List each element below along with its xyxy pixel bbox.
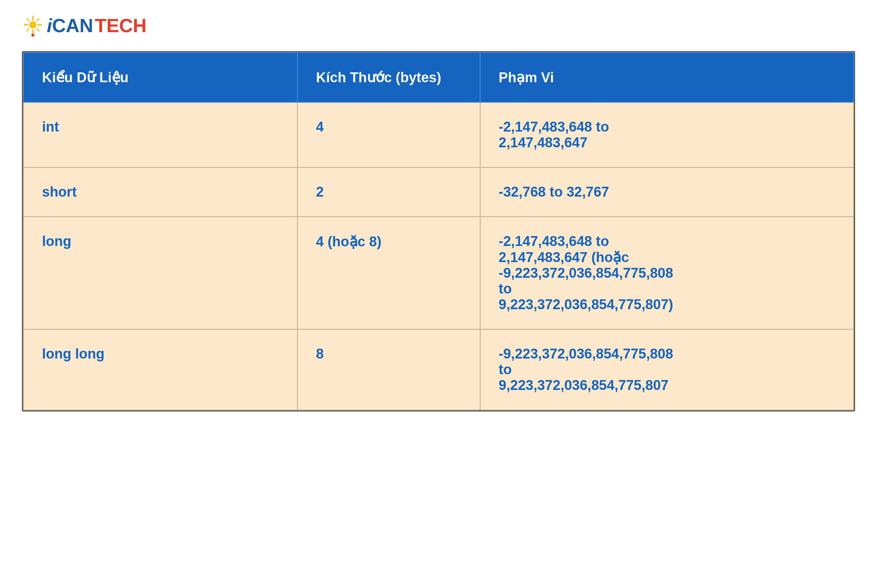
table-row: long4 (hoặc 8)-2,147,483,648 to 2,147,48… xyxy=(23,217,854,329)
cell-range: -2,147,483,648 to 2,147,483,647 xyxy=(480,102,854,167)
data-table-wrapper: Kiểu Dữ Liệu Kích Thước (bytes) Phạm Vi … xyxy=(22,51,855,411)
svg-point-9 xyxy=(31,34,34,36)
logo: i CAN TECH xyxy=(22,15,855,36)
cell-size: 8 xyxy=(297,329,480,410)
data-table: Kiểu Dữ Liệu Kích Thước (bytes) Phạm Vi … xyxy=(23,52,854,410)
svg-line-7 xyxy=(37,19,39,21)
cell-range: -32,768 to 32,767 xyxy=(480,167,854,217)
logo-can: CAN xyxy=(52,15,93,36)
svg-point-0 xyxy=(29,21,36,28)
logo-icon xyxy=(22,15,44,36)
table-row: long long8-9,223,372,036,854,775,808 to … xyxy=(23,329,854,410)
cell-range: -9,223,372,036,854,775,808 to 9,223,372,… xyxy=(480,329,854,410)
table-row: int4-2,147,483,648 to 2,147,483,647 xyxy=(23,102,854,167)
logo-tech: TECH xyxy=(95,15,147,36)
col-header-range: Phạm Vi xyxy=(480,52,854,102)
cell-size: 4 xyxy=(297,102,480,167)
svg-line-6 xyxy=(37,29,39,31)
svg-line-8 xyxy=(27,29,29,31)
logo-text: i CAN TECH xyxy=(47,15,147,36)
cell-size: 4 (hoặc 8) xyxy=(297,217,480,329)
cell-type: int xyxy=(23,102,297,167)
table-row: short2-32,768 to 32,767 xyxy=(23,167,854,217)
cell-type: long long xyxy=(23,329,297,410)
svg-line-5 xyxy=(27,19,29,21)
col-header-type: Kiểu Dữ Liệu xyxy=(23,52,297,102)
cell-type: short xyxy=(23,167,297,217)
cell-type: long xyxy=(23,217,297,329)
logo-i: i xyxy=(47,15,52,36)
cell-size: 2 xyxy=(297,167,480,217)
cell-range: -2,147,483,648 to 2,147,483,647 (hoặc -9… xyxy=(480,217,854,329)
table-header-row: Kiểu Dữ Liệu Kích Thước (bytes) Phạm Vi xyxy=(23,52,854,102)
col-header-size: Kích Thước (bytes) xyxy=(297,52,480,102)
